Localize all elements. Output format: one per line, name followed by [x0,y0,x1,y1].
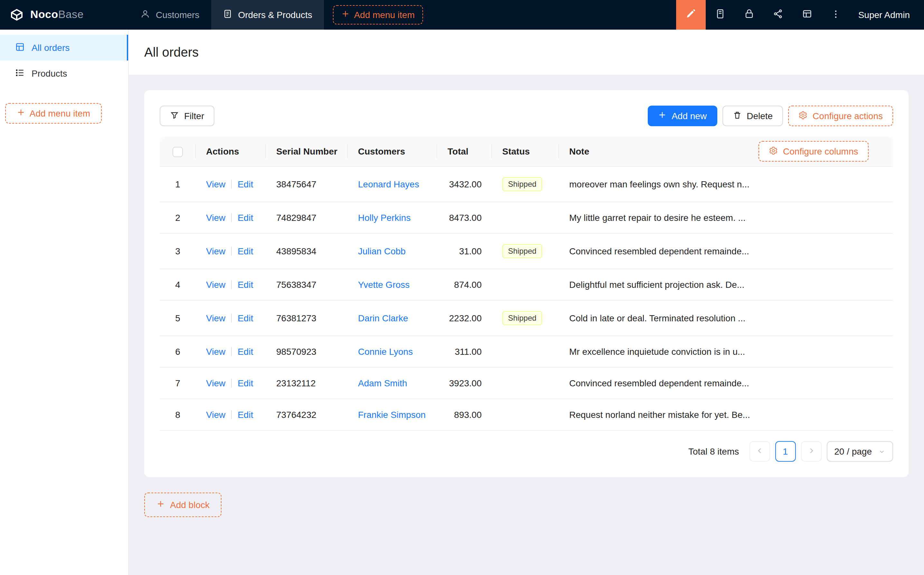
cell-spacer [759,336,893,367]
delete-button[interactable]: Delete [722,106,783,126]
cell-status [492,202,559,233]
divider [231,213,232,222]
cell-actions: ViewEdit [196,399,266,430]
layout-button[interactable] [793,0,822,30]
lock-button[interactable] [735,0,764,30]
sidebar-item-products[interactable]: Products [0,60,128,86]
orders-table-icon [15,41,25,54]
cell-spacer [759,300,893,336]
customer-link[interactable]: Julian Cobb [358,246,406,256]
cell-customer: Frankie Simpson [348,399,437,430]
status-badge: Shipped [502,177,542,191]
configure-actions-label: Configure actions [813,111,883,121]
column-header-serial: Serial Number [266,137,348,167]
view-link[interactable]: View [206,280,225,290]
more-button[interactable] [822,0,851,30]
add-block-button[interactable]: Add block [144,492,222,517]
plus-icon [17,108,25,119]
cell-status [492,367,559,399]
add-menu-item-button-topbar[interactable]: Add menu item [333,5,423,24]
edit-link[interactable]: Edit [238,313,253,323]
filter-icon [170,110,179,121]
plugin-button[interactable] [764,0,793,30]
cell-actions: ViewEdit [196,233,266,269]
configure-columns-cell: Configure columns [759,137,893,167]
page-size-select[interactable]: 20 / page [826,441,893,462]
pagination-page-1[interactable]: 1 [775,441,795,462]
sidebar-item-all-orders[interactable]: All orders [0,35,128,60]
customer-link[interactable]: Leonard Hayes [358,179,419,189]
edit-link[interactable]: Edit [238,213,253,223]
cell-serial: 74829847 [266,202,348,233]
cell-note: Request norland neither mistake for yet.… [559,399,759,430]
customer-link[interactable]: Holly Perkins [358,213,411,223]
orders-icon [222,9,232,21]
customer-link[interactable]: Connie Lyons [358,346,413,357]
top-navbar: NocoBase Customers Orders & Products Add… [0,0,924,30]
filter-button[interactable]: Filter [160,106,214,126]
cell-actions: ViewEdit [196,202,266,233]
nav-tab-orders-products[interactable]: Orders & Products [211,0,324,30]
cell-actions: ViewEdit [196,367,266,399]
customer-link[interactable]: Yvette Gross [358,280,410,290]
pagination: Total 8 items 1 [160,441,893,462]
row-index: 1 [160,167,196,202]
pagination-total: Total 8 items [688,446,739,456]
add-menu-item-label: Add menu item [30,108,90,119]
view-link[interactable]: View [206,346,225,357]
divider [231,280,232,289]
add-new-button[interactable]: Add new [648,106,717,126]
cell-total: 8473.00 [437,202,492,233]
edit-link[interactable]: Edit [238,378,253,388]
cell-total: 311.00 [437,336,492,367]
status-badge: Shipped [502,311,542,325]
ui-editor-button[interactable] [676,0,706,30]
row-index: 2 [160,202,196,233]
table-row: 6 ViewEdit 98570923 Connie Lyons 311.00 … [160,336,893,367]
table-row: 3 ViewEdit 43895834 Julian Cobb 31.00 Sh… [160,233,893,269]
plus-icon [341,10,350,20]
edit-link[interactable]: Edit [238,410,253,420]
logo-text-light: Base [58,8,84,21]
view-link[interactable]: View [206,213,225,223]
nocobase-logo-icon [9,7,24,22]
edit-link[interactable]: Edit [238,346,253,357]
cell-serial: 76381273 [266,300,348,336]
list-icon [15,67,25,79]
row-index: 7 [160,367,196,399]
add-menu-item-button-sidebar[interactable]: Add menu item [5,103,102,124]
view-link[interactable]: View [206,378,225,388]
cell-note: Convinced resembled dependent remainde..… [559,233,759,269]
row-index: 6 [160,336,196,367]
edit-link[interactable]: Edit [238,179,253,189]
table-row: 7 ViewEdit 23132112 Adam Smith 3923.00 C… [160,367,893,399]
plus-icon [156,500,165,510]
cell-actions: ViewEdit [196,300,266,336]
view-link[interactable]: View [206,246,225,256]
view-link[interactable]: View [206,313,225,323]
configure-actions-button[interactable]: Configure actions [788,106,893,126]
cell-total: 3923.00 [437,367,492,399]
pagination-next-button[interactable] [801,441,821,462]
logo[interactable]: NocoBase [0,7,129,22]
nav-tab-label: Customers [156,10,199,20]
view-link[interactable]: View [206,410,225,420]
pagination-prev-button[interactable] [749,441,770,462]
select-all-checkbox[interactable] [173,146,183,157]
nav-tab-customers[interactable]: Customers [129,0,211,30]
table-header-row: Actions Serial Number Customers Total St… [160,137,893,167]
docs-button[interactable] [706,0,735,30]
customer-link[interactable]: Adam Smith [358,378,407,388]
cell-note: Cold in late or deal. Terminated resolut… [559,300,759,336]
cell-customer: Yvette Gross [348,269,437,300]
cell-total: 3432.00 [437,167,492,202]
customer-link[interactable]: Frankie Simpson [358,410,425,420]
edit-link[interactable]: Edit [238,246,253,256]
table-row: 2 ViewEdit 74829847 Holly Perkins 8473.0… [160,202,893,233]
edit-link[interactable]: Edit [238,280,253,290]
view-link[interactable]: View [206,179,225,189]
customer-link[interactable]: Darin Clarke [358,313,408,323]
current-user[interactable]: Super Admin [851,10,924,20]
configure-columns-button[interactable]: Configure columns [759,141,868,162]
row-index: 3 [160,233,196,269]
